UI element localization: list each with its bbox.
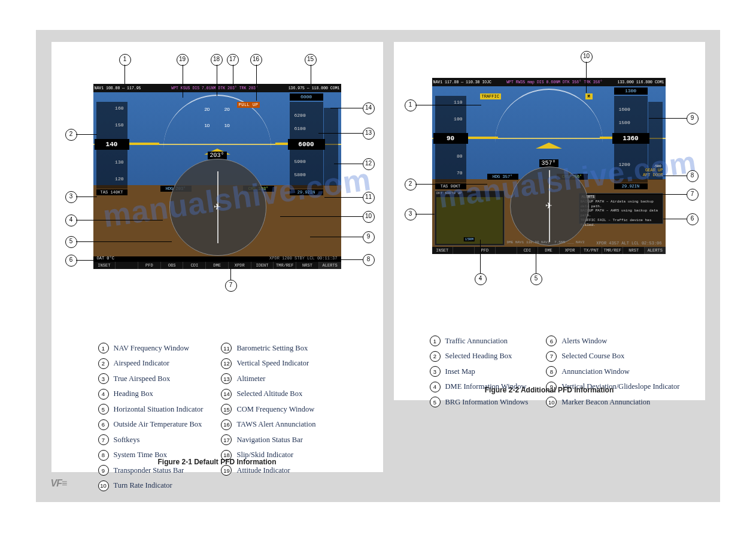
traffic-annunciation: TRAFFIC (480, 93, 501, 99)
current-airspeed: 140 (95, 139, 129, 150)
wpt: WPT KSUS (171, 86, 190, 90)
legend-col-1: 1NAV Frequency Window2Airspeed Indicator… (98, 343, 204, 491)
legend-item: 11Barometric Setting Box (221, 343, 315, 353)
legend-item: 6Outside Air Temperature Box (98, 419, 204, 430)
legend-number: 7 (546, 351, 557, 362)
nav-status-bar: NAV1 117.80 ↔ 110.30 IOJC WPT RW35 map D… (432, 78, 666, 86)
softkey[interactable]: IDENT (251, 262, 274, 269)
selected-altitude: 6000 (290, 93, 323, 101)
figure-caption-left: Figure 2-1 Default PFD Information (51, 458, 383, 466)
softkey[interactable]: NRST (623, 247, 645, 254)
hsi: 203° ✈ (169, 159, 265, 255)
legend-text: Annunciation Window (561, 367, 630, 376)
legend-text: Barometric Setting Box (236, 344, 308, 353)
pfd-right: NAV1 117.80 ↔ 110.30 IOJC WPT RW35 map D… (432, 78, 666, 254)
annunciation-window: GEAR UP AFT DOOR (643, 168, 663, 177)
softkey[interactable]: TMR/REF (274, 262, 296, 269)
legend-number: 13 (221, 373, 232, 384)
softkey[interactable]: TX/PNT (581, 247, 602, 254)
legend-item: 6Alerts Window (546, 335, 679, 346)
legend-text: Alerts Window (561, 337, 607, 346)
softkey[interactable]: CDI (517, 247, 539, 254)
com-freq: 136.975 ↔ 118.000 COM1 (289, 86, 340, 90)
figure-left-panel: NAV1 108.00 ↔ 117.95 WPT KSUS DIS 7.01NM… (51, 42, 383, 472)
legend-number: 6 (98, 419, 109, 430)
legend-item: 17Navigation Status Bar (221, 434, 315, 445)
legend-number: 10 (98, 480, 109, 491)
legend-item: 10Turn Rate Indicator (98, 480, 204, 491)
legend-number: 3 (430, 366, 441, 377)
legend-number: 1 (98, 343, 109, 353)
softkey[interactable]: XPDR (560, 247, 581, 254)
legend-text: TAWS Alert Annunciation (236, 420, 315, 429)
legend-col-1: 1Traffic Annunciation2Selected Heading B… (430, 335, 529, 407)
softkey[interactable]: PFD (475, 247, 496, 254)
legend-number: 16 (221, 419, 232, 430)
legend-number: 4 (98, 389, 109, 400)
legend-right-figure: 1Traffic Annunciation2Selected Heading B… (430, 335, 680, 407)
legend-text: Attitude Indicator (236, 466, 290, 475)
legend-number: 5 (430, 397, 441, 407)
softkey[interactable] (116, 262, 138, 269)
legend-number: 9 (98, 465, 109, 476)
softkey[interactable]: DME (538, 247, 560, 254)
legend-text: Transponder Status Bar (114, 466, 184, 475)
softkeys-bar: INSETPFDOBSCDIDMEXPDRIDENTTMR/REFNRSTALE… (93, 262, 341, 269)
legend-item: 15COM Frequency Window (221, 404, 315, 415)
softkey[interactable] (453, 247, 475, 254)
softkey[interactable] (496, 247, 517, 254)
legend-text: Selected Altitude Box (236, 389, 302, 398)
legend-text: NAV Frequency Window (114, 344, 190, 353)
attitude-wings (123, 143, 311, 145)
legend-text: True Airspeed Box (114, 374, 171, 383)
softkey[interactable]: OBS (161, 262, 184, 269)
airspeed-tape: 110 100 80 70 90 (435, 96, 466, 183)
legend-text: Softkeys (114, 436, 140, 445)
legend-number: 3 (98, 373, 109, 384)
legend-number: 5 (98, 404, 109, 415)
legend-text: Horizontal Situation Indicator (114, 405, 204, 414)
legend-text: Selected Heading Box (445, 352, 512, 361)
page: NAV1 108.00 ↔ 117.95 WPT KSUS DIS 7.01NM… (36, 30, 720, 502)
legend-number: 14 (221, 389, 232, 400)
legend-text: Vertical Speed Indicator (236, 359, 309, 368)
legend-number: 8 (546, 366, 557, 377)
true-airspeed-box: TAS 140KT (96, 189, 127, 195)
legend-item: 14Selected Altitude Box (221, 389, 315, 400)
legend-item: 12Vertical Speed Indicator (221, 358, 315, 369)
legend-number: 12 (221, 358, 232, 369)
legend-number: 1 (430, 335, 441, 346)
inset-map: OKT NORTH UP 15NM (435, 191, 505, 246)
legend-text: Selected Course Box (561, 352, 624, 361)
legend-col-2: 6Alerts Window7Selected Course Box8Annun… (546, 335, 679, 407)
legend-item: 19Attitude Indicator (221, 465, 315, 476)
legend-item: 2Selected Heading Box (430, 351, 529, 362)
oat-box: OAT 0°C (97, 256, 114, 261)
softkey[interactable]: ALERTS (645, 247, 666, 254)
legend-number: 10 (546, 397, 557, 407)
softkey[interactable]: XPDR (229, 262, 251, 269)
footer-logo: VF≡ (51, 478, 67, 489)
softkey[interactable]: NRST (296, 262, 319, 269)
softkey[interactable]: INSET (432, 247, 454, 254)
softkey[interactable]: ALERTS (319, 262, 341, 269)
plane-icon: ✈ (214, 202, 221, 211)
legend-item: 5Horizontal Situation Indicator (98, 404, 204, 415)
legend-item: 1Traffic Annunciation (430, 335, 529, 346)
figure-right-panel: NAV1 117.80 ↔ 110.30 IOJC WPT RW35 map D… (394, 42, 705, 400)
alerts-window: ALERTS BACKUP PATH – Airdata using backu… (579, 193, 663, 224)
legend-number: 2 (98, 358, 109, 369)
legend-item: 7Softkeys (98, 434, 204, 445)
legend-left-figure: 1NAV Frequency Window2Airspeed Indicator… (98, 343, 316, 491)
softkey[interactable]: PFD (138, 262, 161, 269)
softkey[interactable]: CDI (183, 262, 206, 269)
softkey[interactable]: INSET (93, 262, 116, 269)
current-altitude: 6000 (288, 139, 325, 150)
hsi: 357° ✈ (510, 167, 588, 244)
vsi (324, 108, 338, 186)
marker-beacon: M (585, 93, 593, 99)
legend-text: COM Frequency Window (236, 405, 314, 414)
softkey[interactable]: TMR/REF (602, 247, 624, 254)
pfd-left: NAV1 108.00 ↔ 117.95 WPT KSUS DIS 7.01NM… (93, 84, 341, 269)
softkey[interactable]: DME (206, 262, 229, 269)
